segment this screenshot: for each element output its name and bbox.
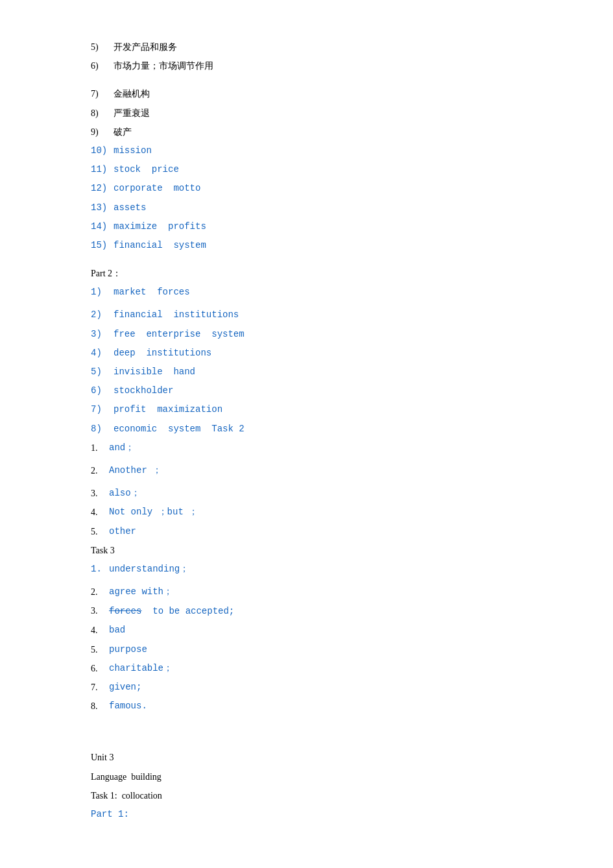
item-number: 5) [91,364,114,380]
list-item: 2) financial institutions [91,307,522,323]
item-number: 8) [91,421,114,437]
item-text: Another ； [109,463,162,479]
list-item: 8) economic system Task 2 [91,421,522,437]
item-text: 破产 [114,124,132,140]
item-text: free enterprise system [114,326,245,343]
list-item: 5. other [91,524,522,540]
section-title: Task 3 [91,542,115,559]
item-text: mission [114,143,152,159]
item-number: 4. [91,622,109,638]
item-number: 8) [91,105,114,121]
item-text: 市场力量；市场调节作用 [114,58,213,74]
list-item: 2. agree with； [91,584,522,600]
list-item: 4) deep institutions [91,345,522,361]
list-item: 2. Another ； [91,463,522,479]
item-text: market forces [114,284,190,300]
list-item: 4. Not only ；but ； [91,504,522,520]
task1-collocation: Task 1: collocation [91,788,522,804]
item-number: 6. [91,660,109,677]
item-text: famous. [109,698,147,714]
unit3-section: Unit 3 Language building Task 1: colloca… [91,749,522,823]
item-number: 5. [91,524,109,540]
list-item: 8) 严重衰退 [91,105,522,121]
list-item: 1. understanding； [91,561,522,577]
list-item: 6) 市场力量；市场调节作用 [91,58,522,74]
list-item: 8. famous. [91,698,522,714]
list-item: 9) 破产 [91,124,522,140]
list-item: 15) financial system [91,237,522,254]
list-item: 1. and； [91,440,522,456]
part-label: Part 1: [91,806,129,823]
unit3-title: Unit 3 [91,749,522,766]
item-text: financial system [114,237,206,254]
subtitle: Language building [91,769,162,785]
list-item: 5) invisible hand [91,364,522,380]
part2-header: Part 2： [91,265,522,282]
item-text: Not only ；but ； [109,504,198,520]
section-title: Part 2： [91,265,121,282]
list-item: 4. bad [91,622,522,638]
page: 5) 开发产品和服务 6) 市场力量；市场调节作用 7) 金融机构 8) 严重衰… [0,0,613,868]
item-text: assets [114,200,146,216]
item-number: 3. [91,485,109,501]
item-text-rest: to be accepted; [141,606,234,616]
item-number: 5. [91,642,109,658]
list-item: 3. forces to be accepted; [91,603,522,620]
list-item: 7. given; [91,679,522,695]
list-item: 12) corporate motto [91,180,522,197]
list-item: 1) market forces [91,284,522,300]
item-number: 7) [91,402,114,418]
content: 5) 开发产品和服务 6) 市场力量；市场调节作用 7) 金融机构 8) 严重衰… [91,39,522,823]
language-building: Language building [91,769,522,785]
list-item: 11) stock price [91,162,522,178]
list-item: 7) profit maximization [91,402,522,418]
item-text: maximize profits [114,219,206,235]
item-text: charitable； [109,660,173,677]
item-number: 14) [91,219,114,235]
item-number: 11) [91,162,114,178]
item-text: financial institutions [114,307,239,323]
item-number: 2) [91,307,114,323]
item-text: stockholder [114,383,173,399]
list-item: 3. also； [91,485,522,501]
list-item: 3) free enterprise system [91,326,522,343]
list-item: 6) stockholder [91,383,522,399]
item-number: 7. [91,679,109,695]
item-text: invisible hand [114,364,195,380]
item-text: 开发产品和服务 [114,39,177,55]
item-number: 4) [91,345,114,361]
item-number: 8. [91,698,109,714]
item-text: economic system Task 2 [114,421,245,437]
list-item: 13) assets [91,200,522,216]
item-text: other [109,524,136,540]
task-label: Task 1: collocation [91,788,162,804]
item-number: 6) [91,383,114,399]
item-text: agree with； [109,584,173,600]
item-text: purpose [109,642,147,658]
item-number: 10) [91,143,114,159]
list-item: 14) maximize profits [91,219,522,235]
item-number: 2. [91,463,109,479]
item-number: 15) [91,237,114,254]
item-number: 13) [91,200,114,216]
list-item: 10) mission [91,143,522,159]
unit-label: Unit 3 [91,749,114,766]
list-item: 5. purpose [91,642,522,658]
item-text: given; [109,679,141,695]
item-text: 金融机构 [114,86,150,102]
item-text: corporate motto [114,180,200,197]
item-text: also； [109,485,140,501]
list-item: 6. charitable； [91,660,522,677]
strikethrough-text: forces [109,606,141,616]
item-number: 3. [91,603,109,619]
item-text: bad [109,622,125,638]
list-item: 5) 开发产品和服务 [91,39,522,55]
list-item: 7) 金融机构 [91,86,522,102]
item-text: and； [109,440,134,456]
item-number: 5) [91,39,114,55]
item-number: 4. [91,504,109,520]
item-text: 严重衰退 [114,105,150,121]
part1-label: Part 1: [91,806,522,823]
item-number: 1. [91,440,109,456]
item-number: 12) [91,180,114,197]
